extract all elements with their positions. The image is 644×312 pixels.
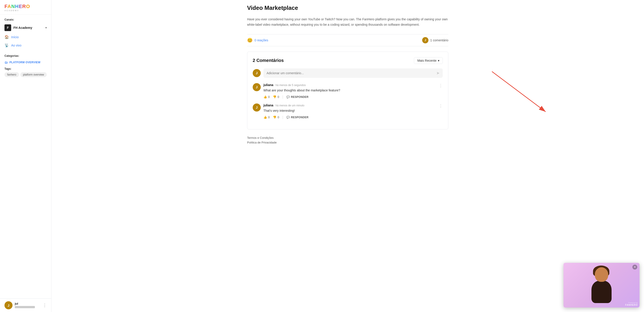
fanhero-logo: FANHERO (4, 4, 47, 9)
comment-actions: 👍 0 👎 0 | 💬 RESPONDER (264, 115, 436, 119)
person-body (592, 281, 612, 303)
video-title: Video Marketplace (247, 4, 448, 11)
comments-title: 2 Comentários (253, 58, 284, 63)
tags-section: Tags: fanhero platform overview (0, 66, 51, 79)
comment-time: há menos de um minuto (276, 104, 304, 107)
sidebar-footer: J jul ⋮ (0, 298, 51, 312)
dislike-count: 0 (278, 95, 279, 99)
channels-label: Canais: (0, 14, 51, 22)
dislike-count: 0 (278, 116, 279, 119)
fanhero-mini-logo: FANHERO (625, 304, 638, 306)
sidebar-item-inicio[interactable]: 🏠 Início (0, 33, 51, 41)
content-section: Video Marketplace Have you ever consider… (247, 0, 448, 144)
tag-chip-fanhero[interactable]: fanhero (4, 72, 19, 77)
reply-label: RESPONDER (291, 95, 308, 99)
sidebar-item-label: Ao vivo (11, 43, 22, 47)
video-description: Have you ever considered having your own… (247, 17, 448, 27)
reply-icon: 💬 (286, 116, 290, 119)
footer-link-terms[interactable]: Termos e Condições (247, 136, 448, 139)
person-hair (593, 266, 609, 277)
send-button[interactable]: ➤ (436, 71, 440, 75)
comments-header: 2 Comentários Mais Recente ▾ (253, 57, 443, 64)
user-email-redacted (15, 306, 35, 308)
mini-player: × Powered by FANHERO (564, 263, 640, 308)
comment-body: juliana há menos de 5 segundos What are … (264, 83, 436, 99)
channel-selector[interactable]: F FH Academy ▾ (0, 22, 51, 33)
person-figure (585, 267, 618, 308)
emoji-icon: 😊 (247, 37, 253, 43)
mini-player-close-button[interactable]: × (632, 265, 637, 270)
comments-section: 2 Comentários Mais Recente ▾ J ➤ J (247, 52, 448, 129)
comment-author: juliana (264, 83, 273, 87)
more-options-button[interactable]: ⋮ (43, 303, 47, 308)
commenter-avatar: J (422, 37, 428, 43)
like-button[interactable]: 👍 0 (264, 95, 270, 99)
comment-input-wrapper[interactable]: ➤ (264, 68, 443, 78)
tags-row: fanhero platform overview (4, 72, 47, 77)
reply-icon: 💬 (286, 95, 290, 99)
categories-label: Categorias: (0, 51, 51, 59)
footer-link-privacy[interactable]: Política de Privacidade (247, 141, 448, 144)
reply-button[interactable]: 💬 RESPONDER (286, 95, 308, 99)
comments-count: 1 comentário (430, 38, 448, 42)
category-icon: 🗂 (4, 60, 8, 64)
like-count: 0 (268, 95, 270, 99)
chevron-down-icon: ▾ (438, 59, 440, 62)
category-label: PLATFORM OVERVIEW (10, 61, 40, 64)
channel-name: FH Academy (14, 26, 43, 29)
chevron-down-icon: ▾ (46, 26, 47, 29)
reactions-button[interactable]: 😊 0 reações (247, 37, 268, 43)
comment-input[interactable] (266, 71, 434, 75)
thumbs-down-icon: 👎 (273, 116, 276, 119)
sort-dropdown[interactable]: Mais Recente ▾ (414, 57, 443, 64)
comment-item: J juliana há menos de um minuto That's v… (253, 103, 443, 119)
divider: | (282, 115, 283, 119)
like-button[interactable]: 👍 0 (264, 116, 270, 119)
comment-author: juliana (264, 103, 273, 107)
comment-text: What are your thoughts about the marketp… (264, 88, 436, 93)
sidebar-item-platform-overview[interactable]: 🗂 PLATFORM OVERVIEW (0, 59, 51, 66)
comment-more-button[interactable]: ⋮ (439, 103, 443, 108)
divider: | (282, 95, 283, 99)
tag-chip-platform-overview[interactable]: platform overview (20, 72, 47, 77)
comment-body: juliana há menos de um minuto That's ver… (264, 103, 436, 119)
sidebar-item-aovivo[interactable]: 📡 Ao vivo (0, 41, 51, 49)
avatar: J (4, 301, 12, 309)
avatar: J (253, 69, 261, 77)
comment-actions: 👍 0 👎 0 | 💬 RESPONDER (264, 95, 436, 99)
powered-by-label: Powered by (625, 302, 638, 304)
reply-label: RESPONDER (291, 116, 308, 119)
sidebar-item-label: Início (11, 35, 18, 39)
thumbs-down-icon: 👎 (273, 95, 276, 99)
user-name: jul (15, 302, 40, 305)
logo-area: FANHERO ACADEMY (0, 0, 51, 14)
dislike-button[interactable]: 👎 0 (273, 95, 279, 99)
comment-item: J juliana há menos de 5 segundos What ar… (253, 83, 443, 99)
comment-more-button[interactable]: ⋮ (439, 83, 443, 88)
main-content: Video Marketplace Have you ever consider… (52, 0, 644, 312)
comment-meta: juliana há menos de um minuto (264, 103, 436, 107)
sort-label: Mais Recente (417, 59, 436, 62)
page-footer: Termos e Condições Política de Privacida… (247, 136, 448, 144)
dislike-button[interactable]: 👎 0 (273, 116, 279, 119)
thumbs-up-icon: 👍 (264, 95, 267, 99)
comment-meta: juliana há menos de 5 segundos (264, 83, 436, 87)
comment-text: That's very interesting! (264, 108, 436, 113)
avatar: J (253, 103, 261, 111)
comments-summary[interactable]: J 1 comentário (422, 37, 448, 43)
sidebar: FANHERO ACADEMY Canais: F FH Academy ▾ 🏠… (0, 0, 52, 312)
mini-player-video (564, 263, 640, 308)
comment-time: há menos de 5 segundos (276, 84, 306, 87)
academy-label: ACADEMY (4, 9, 47, 12)
reactions-row: 😊 0 reações J 1 comentário (247, 34, 448, 46)
like-count: 0 (268, 116, 270, 119)
home-icon: 🏠 (4, 35, 9, 39)
reply-button[interactable]: 💬 RESPONDER (286, 116, 308, 119)
add-comment-row: J ➤ (253, 68, 443, 78)
live-icon: 📡 (4, 43, 9, 47)
mini-player-branding: Powered by FANHERO (625, 302, 638, 306)
tags-label: Tags: (4, 67, 47, 70)
thumbs-up-icon: 👍 (264, 116, 267, 119)
user-info: jul (15, 302, 40, 309)
channel-icon: F (4, 24, 11, 31)
